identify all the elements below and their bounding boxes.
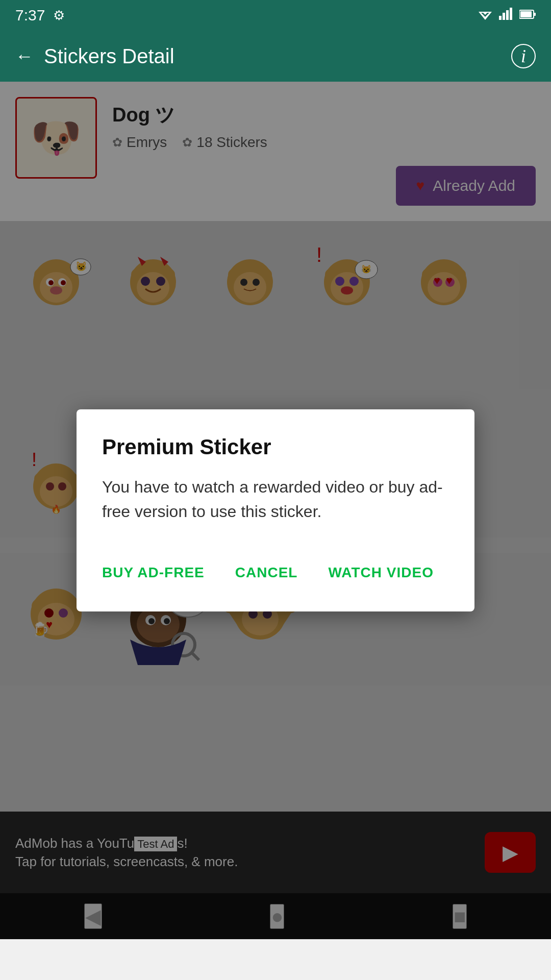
buy-ad-free-button[interactable]: BUY AD-FREE — [102, 554, 220, 591]
page-title: Stickers Detail — [44, 45, 174, 68]
dialog-title: Premium Sticker — [102, 435, 449, 459]
dialog-body: You have to watch a rewarded video or bu… — [102, 475, 449, 524]
svg-rect-9 — [534, 13, 536, 16]
svg-rect-8 — [520, 11, 532, 17]
main-content: 🐶 Dog ツ ✿ Emrys ✿ 18 Stickers ♥ Already … — [0, 82, 551, 939]
info-icon[interactable]: i — [511, 44, 536, 68]
cancel-button[interactable]: CANCEL — [220, 554, 313, 591]
signal-icon — [499, 8, 513, 23]
app-bar: ← Stickers Detail i — [0, 31, 551, 82]
svg-rect-3 — [499, 16, 502, 20]
svg-rect-4 — [503, 13, 505, 20]
status-time: 7:37 — [15, 7, 45, 24]
back-icon[interactable]: ← — [15, 45, 34, 67]
status-bar: 7:37 ⚙ — [0, 0, 551, 31]
wifi-icon — [478, 8, 493, 23]
settings-icon: ⚙ — [53, 8, 65, 23]
premium-dialog: Premium Sticker You have to watch a rewa… — [77, 409, 474, 611]
dialog-actions: BUY AD-FREE CANCEL WATCH VIDEO — [102, 554, 449, 591]
svg-rect-5 — [506, 10, 509, 20]
watch-video-button[interactable]: WATCH VIDEO — [313, 554, 448, 591]
svg-rect-6 — [510, 8, 512, 20]
battery-icon — [519, 8, 536, 22]
modal-overlay: Premium Sticker You have to watch a rewa… — [0, 82, 551, 939]
